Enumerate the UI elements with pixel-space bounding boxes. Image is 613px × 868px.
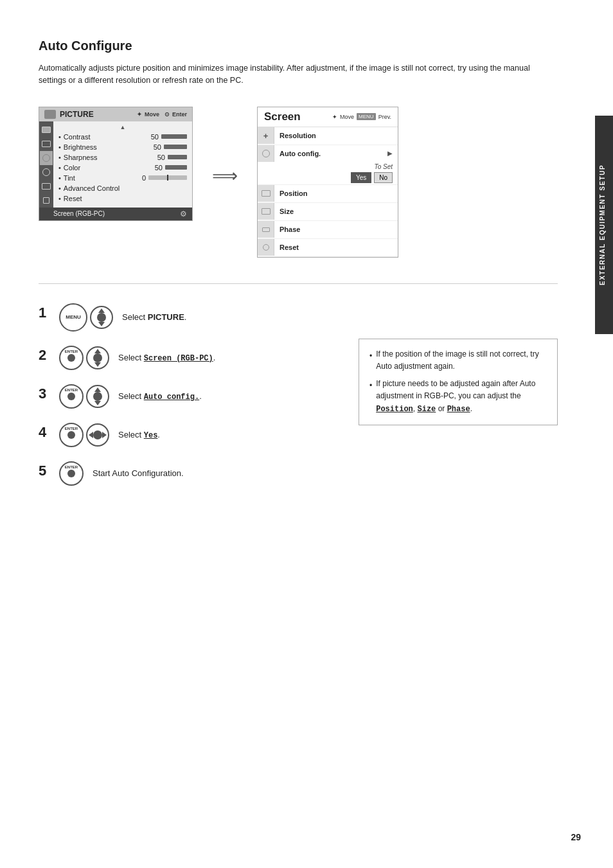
menu-title: PICTURE [60, 110, 94, 119]
enter-button-4[interactable]: ENTER [59, 423, 84, 447]
menu-panel-header: PICTURE ✦ Move ⊙ Enter [39, 107, 192, 121]
menu-item-sharpness: • Sharpness 50 [58, 152, 187, 163]
note-box: • If the position of the image is still … [359, 339, 558, 425]
icon-settings5 [40, 193, 53, 208]
contrast-value: 50 [146, 133, 159, 141]
steps-area: 1 MENU Select PICTURE. 2 [39, 303, 558, 500]
nav-center [97, 313, 106, 322]
nav-up-icon [98, 308, 105, 313]
screen-item-size: Size [258, 203, 398, 221]
screen-move-icon: ✦ [332, 114, 337, 120]
step-number-1: 1 [39, 305, 50, 321]
enter-button-2[interactable]: ENTER [59, 346, 84, 370]
step-2-text: Select Screen (RGB-PC). [118, 353, 215, 363]
size-icon [258, 203, 274, 220]
sharpness-bar [168, 155, 187, 159]
step-3: 3 ENTER Select Auto config.. [39, 384, 333, 409]
step-5-text: Start Auto Configuration. [93, 468, 184, 478]
screen-rgb-label: Screen (RGB-PC) [53, 210, 105, 217]
picture-menu-panel: PICTURE ✦ Move ⊙ Enter [39, 107, 193, 221]
nav-button-3[interactable] [86, 385, 109, 408]
reset-icon [258, 239, 274, 256]
reset-circle-icon [263, 244, 269, 251]
enter-center-icon [67, 431, 75, 439]
enter-button-3[interactable]: ENTER [59, 384, 84, 409]
enter-button-5[interactable]: ENTER [59, 461, 84, 486]
nav-right-icon [102, 432, 107, 438]
step-number-2: 2 [39, 347, 50, 364]
note-1: • If the position of the image is still … [369, 348, 547, 373]
menu-item-brightness: • Brightness 50 [58, 142, 187, 152]
screen-panel: Screen ✦ Move MENU Prev. + Resolution [257, 107, 398, 258]
enter-label: ENTER [65, 388, 78, 392]
advanced-control-label: Advanced Control [64, 184, 187, 192]
step-1: 1 MENU Select PICTURE. [39, 303, 333, 332]
note-bullet-2: • [369, 380, 372, 392]
lr-nav-button-4[interactable] [86, 423, 109, 447]
size-rect-icon [262, 208, 271, 215]
yes-button[interactable]: Yes [351, 172, 371, 183]
nav-center [93, 392, 102, 401]
position-label: Position [274, 187, 398, 200]
autoconfig-arrow: ▶ [387, 150, 398, 157]
no-button[interactable]: No [374, 172, 393, 183]
autoconfig-circle-icon [262, 150, 270, 157]
step-number-4: 4 [39, 424, 50, 441]
screen-items-list: + Resolution Auto config. ▶ To Set [258, 127, 398, 257]
enter-hint-icon: ⊙ [164, 111, 170, 118]
step-4-text: Select Yes. [118, 430, 160, 440]
color-bar [165, 165, 187, 170]
icon-picture [40, 123, 53, 137]
menu-nav-hint: ✦ Move ⊙ Enter [137, 111, 187, 118]
step-2: 2 ENTER Select Screen (RGB-PC). [39, 346, 333, 370]
icon-settings4 [40, 179, 53, 193]
menu-item-advanced-control: • Advanced Control [58, 183, 187, 193]
contrast-bar [161, 134, 187, 139]
autoconfig-icon [258, 145, 274, 162]
step-number-3: 3 [39, 385, 50, 402]
enter-label: ENTER [65, 427, 78, 430]
step-5: 5 ENTER Start Auto Configuration. [39, 461, 333, 486]
icon-settings1 [40, 137, 53, 151]
icon-settings2 [40, 151, 53, 165]
note-bullet-1: • [369, 350, 372, 362]
enter-center-icon [67, 354, 75, 362]
menu-item-tint: • Tint 0 [58, 173, 187, 183]
screen-panel-header: Screen ✦ Move MENU Prev. [258, 107, 398, 127]
enter-center-icon [67, 470, 75, 477]
screen-nav-hint: ✦ Move MENU Prev. [332, 113, 391, 120]
to-set-area: To Set Yes No [258, 162, 398, 184]
move-arrows-icon: ✦ [137, 111, 142, 118]
step-2-icons: ENTER [59, 346, 109, 370]
size-label: Size [274, 205, 398, 218]
reset-label: Reset [274, 241, 398, 254]
menu-bottom-bar: Screen (RGB-PC) ⚙ [39, 208, 192, 220]
nav-up-icon [94, 387, 101, 392]
menu-button[interactable]: MENU [59, 303, 87, 332]
enter-label: ENTER [65, 350, 78, 353]
to-set-label: To Set [374, 163, 393, 170]
tint-bar [148, 175, 187, 180]
nav-down-icon [98, 322, 105, 326]
screen-panel-title: Screen [264, 111, 301, 123]
tint-marker [167, 175, 168, 181]
note-text-2: If picture needs to be adjusted again af… [376, 378, 547, 416]
menu-item-contrast: • Contrast 50 [58, 132, 187, 142]
scroll-up-indicator: ▲ [58, 124, 187, 130]
step-3-text: Select Auto config.. [118, 391, 202, 402]
bullet: • [58, 133, 61, 141]
screen-item-position: Position [258, 185, 398, 203]
screen-item-resolution: + Resolution [258, 127, 398, 145]
brightness-bar [164, 145, 187, 149]
menu-item-reset: • Reset [58, 193, 187, 204]
menu-button-label: MENU [66, 314, 81, 320]
step-3-icons: ENTER [59, 384, 109, 409]
nav-button-2[interactable] [86, 346, 109, 369]
nav-button-1[interactable] [90, 306, 113, 329]
nav-center [93, 430, 102, 439]
note-2: • If picture needs to be adjusted again … [369, 378, 547, 416]
enter-center-icon [67, 393, 75, 400]
position-icon [258, 185, 274, 202]
tv-icon [44, 110, 56, 119]
nav-left-icon [89, 432, 93, 438]
